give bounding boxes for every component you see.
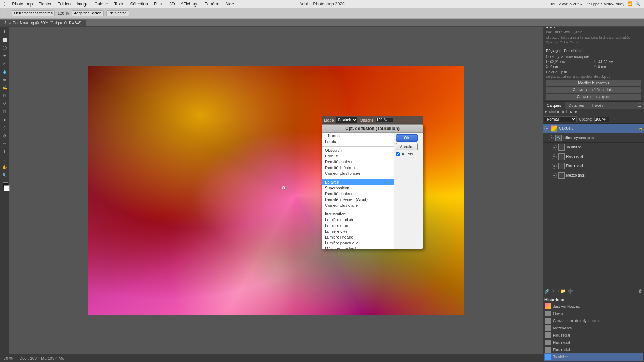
couches-tab[interactable]: Couches (565, 102, 587, 109)
history-item-6[interactable]: Flou radial (544, 346, 643, 353)
history-item-2[interactable]: Convertir en objet dynamique (544, 317, 643, 324)
sublayer-filtres-dynamiques[interactable]: ● 🔧 Filtres dynamiques (543, 133, 644, 143)
menu-aide[interactable]: Aide (222, 1, 237, 7)
blend-item-14[interactable]: Lumière crue (322, 223, 394, 228)
convert-element-btn[interactable]: Convertir en élément lié... (546, 87, 641, 93)
mode-select-outer[interactable]: Éclaircir (336, 117, 358, 123)
menu-texte[interactable]: Texte (111, 1, 127, 7)
hand-tool[interactable]: ✋ (1, 164, 8, 171)
menu-fenetre[interactable]: Fenêtre (202, 1, 222, 7)
opacity-outer-input[interactable] (376, 117, 394, 123)
pen-tool[interactable]: ✏ (1, 140, 8, 147)
sublayer-flou-radial-1[interactable]: ● Flou radial (543, 152, 644, 161)
ok-button[interactable]: OK (396, 134, 418, 142)
shape-tool[interactable]: ▱ (1, 156, 8, 163)
modify-content-btn[interactable]: Modifier le contenu (546, 80, 641, 86)
crop-tool[interactable]: ✂ (1, 60, 8, 67)
history-item-3[interactable]: Mézzo-tints (544, 324, 643, 332)
type-icon[interactable]: T (565, 110, 568, 114)
search-icon[interactable]: 🔍 (635, 1, 640, 6)
apple-menu[interactable]:  (0, 1, 9, 7)
link-layers-btn[interactable]: 🔗 (544, 289, 550, 294)
history-item-5[interactable]: Flou radial (544, 339, 643, 346)
defilement-btn[interactable]: Défilement des fenêtres (12, 10, 55, 16)
document-tab[interactable]: Just For Now.jpg @ 50% (Calque 0, RVB/8) (0, 20, 86, 26)
sublayer-visibility-3[interactable]: ● (552, 154, 557, 159)
eraser-tool[interactable]: □ (1, 108, 8, 115)
blend-item-4[interactable]: Densité couleur + (322, 159, 394, 165)
history-brush-tool[interactable]: ↺ (1, 100, 8, 107)
blend-item-7[interactable]: Éclaircir (322, 179, 394, 185)
proprietes-tab[interactable]: Propriétés (564, 49, 581, 53)
blend-item-16[interactable]: Lumière linéaire (322, 234, 394, 240)
blend-item-2[interactable]: Obscurcir (322, 147, 394, 153)
blend-item-15[interactable]: Lumière vive (322, 228, 394, 234)
reglages-tab[interactable]: Réglages (546, 49, 561, 53)
sublayer-tourbillon[interactable]: ● Tourbillon (543, 143, 644, 152)
plein-ecran-btn[interactable]: Plein écran (106, 10, 129, 16)
layers-menu-icon[interactable]: ☰ (636, 102, 644, 109)
new-layer-btn[interactable]: ➕ (567, 288, 573, 294)
blend-item-0[interactable]: Normal (322, 133, 394, 139)
new-group-btn[interactable]: 📁 (560, 289, 566, 294)
menu-filtre[interactable]: Filtre (151, 1, 167, 7)
menu-3d[interactable]: 3D (166, 1, 177, 7)
add-mask-btn[interactable]: □ (556, 289, 559, 294)
preview-checkbox[interactable] (396, 152, 400, 156)
blend-item-9[interactable]: Densité couleur - (322, 191, 394, 197)
history-item-0[interactable]: Just For Now.jpg (544, 303, 643, 310)
calques-tab[interactable]: Calques (543, 102, 565, 109)
menu-photoshop[interactable]: Photoshop (9, 1, 35, 7)
blend-item-6[interactable]: Couleur plus foncée (322, 171, 394, 176)
sublayer-flou-radial-2[interactable]: ● Flou radial (543, 161, 644, 171)
blend-item-10[interactable]: Densité linéaire - (Ajout) (322, 197, 394, 202)
add-style-btn[interactable]: fx (551, 289, 555, 294)
menu-image[interactable]: Image (74, 1, 91, 7)
blend-item-17[interactable]: Lumière ponctuelle (322, 240, 394, 246)
shape-filter-icon[interactable]: ▲ (569, 110, 573, 114)
history-item-7[interactable]: Tourbillon (544, 353, 643, 361)
convert-calques-btn[interactable]: Convertir en calques (546, 94, 641, 100)
move-tool[interactable]: ⬆ (1, 28, 8, 35)
blend-item-5[interactable]: Densité linéaire + (322, 165, 394, 171)
gradient-tool[interactable]: ■ (1, 116, 8, 123)
pixel-icon[interactable]: ■ (557, 110, 559, 114)
brush-tool[interactable]: ✍ (1, 84, 8, 91)
smart-filter-icon[interactable]: ★ (574, 110, 577, 114)
home-icon[interactable]: ⌂ (3, 10, 6, 16)
blend-item-13[interactable]: Lumière tamisée (322, 217, 394, 223)
adjustment-icon[interactable]: ◑ (561, 110, 564, 114)
blend-item-11[interactable]: Couleur plus claire (322, 202, 394, 208)
sublayer-visibility-4[interactable]: ● (552, 164, 557, 169)
history-item-4[interactable]: Flou radial (544, 332, 643, 339)
menu-fichier[interactable]: Fichier (36, 1, 55, 7)
sublayer-mezzo-tints[interactable]: ● Mézzo-tints (543, 171, 644, 180)
clone-tool[interactable]: ⎘ (1, 92, 8, 99)
blend-item-18[interactable]: Mélange maximal (322, 246, 394, 249)
layer-calque0[interactable]: ● Calque 0 🔒 (543, 124, 644, 133)
text-tool[interactable]: T (1, 148, 8, 155)
history-item-1[interactable]: Ouvrir (544, 310, 643, 317)
healing-tool[interactable]: ⊕ (1, 76, 8, 83)
filter-icon[interactable]: ▼ (544, 110, 548, 114)
menu-selection[interactable]: Sélection (127, 1, 151, 7)
cancel-button[interactable]: Annuler (396, 143, 418, 150)
layer-mode-select[interactable]: Normal (544, 116, 577, 122)
traces-tab[interactable]: Tracés (588, 102, 607, 109)
menu-edition[interactable]: Edition (55, 1, 74, 7)
blend-item-3[interactable]: Produit (322, 153, 394, 159)
sublayer-visibility-2[interactable]: ● (552, 145, 557, 150)
marquee-tool[interactable]: ⬜ (1, 36, 8, 43)
blend-item-12[interactable]: Incrustation (322, 211, 394, 217)
magic-wand-tool[interactable]: ★ (1, 52, 8, 59)
blend-item-8[interactable]: Superposition (322, 185, 394, 191)
zoom-tool[interactable]: 🔍 (1, 172, 8, 179)
opacity-input[interactable] (594, 117, 609, 122)
dodge-tool[interactable]: ◔ (1, 132, 8, 139)
layer-visibility-toggle[interactable]: ● (544, 126, 549, 131)
menu-affichage[interactable]: Affichage (178, 1, 202, 7)
adapter-btn[interactable]: Adapter à l'écran (72, 10, 103, 16)
eyedropper-tool[interactable]: 💧 (1, 68, 8, 75)
sublayer-visibility-5[interactable]: ● (552, 173, 557, 178)
blur-tool[interactable]: ◌ (1, 124, 8, 131)
